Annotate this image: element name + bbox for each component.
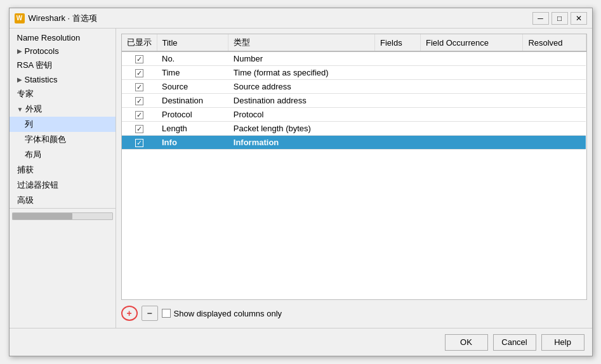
row-occurrence-cell: [420, 51, 522, 66]
row-type-cell: Packet length (bytes): [228, 122, 375, 136]
sidebar-label: 高级: [17, 195, 34, 206]
sidebar-label: RSA 密钥: [17, 60, 53, 71]
row-type-cell: Information: [228, 136, 375, 150]
sidebar-item-layout[interactable]: 布局: [10, 147, 116, 162]
table-row[interactable]: Time Time (format as specified): [122, 66, 586, 80]
row-occurrence-cell: [420, 122, 522, 136]
row-type-cell: Time (format as specified): [228, 66, 375, 80]
row-title-cell: Info: [157, 136, 228, 150]
sidebar: Name Resolution ▶ Protocols RSA 密钥 ▶ Sta…: [10, 29, 116, 328]
row-checkbox[interactable]: [135, 55, 143, 63]
row-type-cell: Number: [228, 51, 375, 66]
sidebar-item-expert[interactable]: 专家: [10, 86, 116, 101]
add-column-button[interactable]: +: [121, 306, 138, 321]
table-row[interactable]: Protocol Protocol: [122, 108, 586, 122]
maximize-button[interactable]: □: [551, 12, 568, 25]
sidebar-label: 捕获: [17, 164, 34, 176]
row-title-cell: Length: [157, 122, 228, 136]
row-resolved-cell: [523, 136, 586, 150]
table-header: 已显示 Title 类型 Fields Field Occurrence Res…: [122, 34, 586, 51]
header-field-occurrence: Field Occurrence: [420, 34, 522, 51]
header-fields: Fields: [375, 34, 421, 51]
sidebar-item-advanced[interactable]: 高级: [10, 193, 116, 208]
show-displayed-label: Show displayed columns only: [174, 309, 282, 318]
sidebar-label: Name Resolution: [17, 33, 81, 42]
main-panel: 已显示 Title 类型 Fields Field Occurrence Res…: [116, 29, 592, 328]
window-content: Name Resolution ▶ Protocols RSA 密钥 ▶ Sta…: [10, 29, 592, 328]
row-type-cell: Source address: [228, 80, 375, 94]
row-occurrence-cell: [420, 94, 522, 108]
columns-table-container: 已显示 Title 类型 Fields Field Occurrence Res…: [121, 34, 587, 300]
row-checkbox[interactable]: [135, 97, 143, 105]
row-title-cell: No.: [157, 51, 228, 66]
row-checkbox[interactable]: [135, 139, 143, 147]
sidebar-label: 专家: [17, 88, 34, 100]
sidebar-item-font-color[interactable]: 字体和颜色: [10, 132, 116, 147]
sidebar-label: 过滤器按钮: [17, 179, 58, 191]
row-fields-cell: [375, 94, 421, 108]
row-fields-cell: [375, 80, 421, 94]
row-type-cell: Protocol: [228, 108, 375, 122]
ok-button[interactable]: OK: [445, 334, 488, 351]
columns-table: 已显示 Title 类型 Fields Field Occurrence Res…: [122, 34, 586, 150]
table-row[interactable]: Destination Destination address: [122, 94, 586, 108]
help-button[interactable]: Help: [541, 334, 584, 351]
row-resolved-cell: [523, 122, 586, 136]
window-title: Wireshark · 首选项: [29, 13, 97, 24]
sidebar-item-statistics[interactable]: ▶ Statistics: [10, 73, 116, 86]
header-type: 类型: [228, 34, 375, 51]
row-title-cell: Protocol: [157, 108, 228, 122]
row-resolved-cell: [523, 66, 586, 80]
row-occurrence-cell: [420, 136, 522, 150]
sidebar-item-rsa[interactable]: RSA 密钥: [10, 58, 116, 73]
titlebar-left: W Wireshark · 首选项: [15, 13, 97, 24]
sidebar-label: Statistics: [25, 75, 58, 84]
table-row[interactable]: Info Information: [122, 136, 586, 150]
row-title-cell: Source: [157, 80, 228, 94]
sidebar-item-columns[interactable]: 列: [10, 117, 116, 132]
table-row[interactable]: Source Source address: [122, 80, 586, 94]
row-fields-cell: [375, 136, 421, 150]
header-displayed: 已显示: [122, 34, 157, 51]
sidebar-label: 外观: [25, 103, 42, 115]
scroll-thumb: [13, 213, 72, 219]
row-checkbox[interactable]: [135, 83, 143, 91]
row-fields-cell: [375, 122, 421, 136]
sidebar-item-appearance[interactable]: ▼ 外观: [10, 101, 116, 117]
row-resolved-cell: [523, 94, 586, 108]
titlebar: W Wireshark · 首选项 ─ □ ✕: [10, 8, 592, 29]
table-row[interactable]: Length Packet length (bytes): [122, 122, 586, 136]
preferences-window: W Wireshark · 首选项 ─ □ ✕ Name Resolution …: [9, 8, 593, 356]
header-resolved: Resolved: [523, 34, 586, 51]
row-occurrence-cell: [420, 80, 522, 94]
remove-column-button[interactable]: −: [142, 306, 158, 321]
chevron-right-icon: ▶: [17, 48, 22, 55]
sidebar-item-protocols[interactable]: ▶ Protocols: [10, 44, 116, 58]
row-occurrence-cell: [420, 108, 522, 122]
sidebar-item-capture[interactable]: 捕获: [10, 162, 116, 178]
sidebar-label: 列: [25, 119, 33, 130]
sidebar-label: 布局: [25, 149, 41, 160]
table-row[interactable]: No. Number: [122, 51, 586, 66]
footer: OK Cancel Help: [10, 328, 592, 356]
close-button[interactable]: ✕: [571, 12, 587, 25]
sidebar-label: 字体和颜色: [25, 134, 66, 145]
sidebar-scrollbar[interactable]: [10, 208, 116, 223]
row-fields-cell: [375, 66, 421, 80]
sidebar-item-filter-buttons[interactable]: 过滤器按钮: [10, 178, 116, 193]
row-fields-cell: [375, 51, 421, 66]
row-resolved-cell: [523, 80, 586, 94]
row-title-cell: Time: [157, 66, 228, 80]
row-checkbox[interactable]: [135, 111, 143, 119]
cancel-button[interactable]: Cancel: [493, 334, 536, 351]
bottom-bar: + − Show displayed columns only: [121, 304, 587, 323]
scroll-track[interactable]: [12, 212, 113, 220]
row-title-cell: Destination: [157, 94, 228, 108]
row-resolved-cell: [523, 108, 586, 122]
row-checkbox[interactable]: [135, 69, 143, 77]
sidebar-item-name-resolution[interactable]: Name Resolution: [10, 31, 116, 44]
row-checkbox[interactable]: [135, 125, 143, 133]
minimize-button[interactable]: ─: [532, 12, 549, 25]
row-occurrence-cell: [420, 66, 522, 80]
show-displayed-checkbox[interactable]: [162, 309, 171, 318]
